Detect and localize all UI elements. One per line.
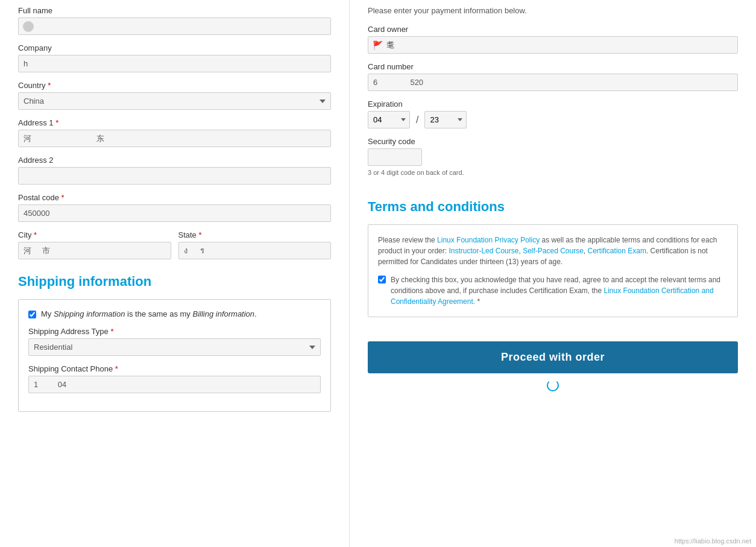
watermark: https://liabio.blog.csdn.net (675, 537, 751, 545)
city-label: City * (18, 230, 171, 239)
terms-text: Please review the Linux Foundation Priva… (378, 235, 728, 267)
shipping-address-type-select[interactable]: Residential Commercial (28, 338, 321, 356)
flag-icon: 🚩 (373, 40, 383, 50)
shipping-address-type-label: Shipping Address Type * (28, 327, 321, 336)
full-name-group: Full name (18, 6, 331, 35)
address1-label: Address 1 * (18, 118, 331, 127)
country-select[interactable]: China United States United Kingdom (18, 92, 331, 110)
postal-code-label: Postal code * (18, 193, 331, 202)
avatar-icon (23, 21, 34, 32)
expiration-group: Expiration 010203 040506 070809 101112 /… (368, 100, 738, 128)
shipping-address-type-group: Shipping Address Type * Residential Comm… (28, 327, 321, 356)
card-number-input[interactable] (368, 74, 738, 91)
terms-card: Please review the Linux Foundation Priva… (368, 224, 738, 317)
postal-code-input[interactable] (18, 204, 331, 222)
expiration-month-select[interactable]: 010203 040506 070809 101112 (368, 111, 410, 128)
security-code-label: Security code (368, 137, 738, 146)
expiration-year-select[interactable]: 202122 232425 262728 (424, 111, 467, 128)
shipping-phone-label: Shipping Contact Phone * (28, 364, 321, 373)
country-required: * (48, 81, 51, 90)
full-name-input-wrap (18, 17, 331, 35)
card-number-label: Card number (368, 62, 738, 71)
country-group: Country * China United States United Kin… (18, 81, 331, 110)
terms-agree-checkbox[interactable] (378, 276, 386, 283)
terms-heading: Terms and conditions (368, 199, 738, 215)
expiration-label: Expiration (368, 100, 738, 109)
card-owner-label: Card owner (368, 25, 738, 34)
state-label: State * (178, 230, 332, 239)
postal-code-group: Postal code * (18, 193, 331, 222)
spinner-row (368, 379, 738, 391)
address1-input[interactable] (18, 130, 331, 147)
address1-group: Address 1 * (18, 118, 331, 147)
terms-agree-label: By checking this box, you acknowledge th… (391, 274, 728, 307)
same-billing-checkbox[interactable] (28, 311, 36, 318)
address2-input[interactable] (18, 167, 331, 185)
country-label: Country * (18, 81, 331, 90)
same-as-billing-row: My Shipping information is the same as m… (28, 309, 321, 318)
city-group: City * (18, 230, 171, 259)
instructor-led-link[interactable]: Instructor-Led Course (449, 247, 518, 255)
shipping-phone-input[interactable] (28, 376, 321, 393)
address2-group: Address 2 (18, 156, 331, 185)
card-owner-input-wrap: 🚩 (368, 36, 738, 54)
security-code-group: Security code 3 or 4 digit code on back … (368, 137, 738, 176)
company-label: Company (18, 43, 331, 52)
same-billing-label: My Shipping information is the same as m… (41, 309, 257, 318)
company-group: Company (18, 43, 331, 72)
city-input[interactable] (18, 242, 171, 259)
state-group: State * (178, 230, 332, 259)
terms-checkbox-row: By checking this box, you acknowledge th… (378, 274, 728, 307)
state-input[interactable] (178, 242, 332, 259)
shipping-heading: Shipping information (18, 274, 331, 289)
shipping-card: My Shipping information is the same as m… (18, 299, 331, 412)
card-owner-input[interactable] (368, 36, 738, 54)
proceed-button[interactable]: Proceed with order (368, 341, 738, 373)
loading-spinner (547, 379, 559, 391)
self-paced-link[interactable]: Self-Paced Course (523, 247, 584, 255)
certification-agreement-link[interactable]: Linux Foundation Certification and Confi… (391, 286, 714, 306)
city-state-row: City * State * (18, 230, 331, 268)
company-input[interactable] (18, 55, 331, 72)
security-code-hint: 3 or 4 digit code on back of card. (368, 169, 738, 176)
expiration-row: 010203 040506 070809 101112 / 202122 232… (368, 111, 738, 128)
full-name-input[interactable] (18, 17, 331, 35)
expiration-slash: / (416, 115, 418, 125)
certification-exam-link[interactable]: Certification Exam (588, 247, 646, 255)
address2-label: Address 2 (18, 156, 331, 165)
payment-notice: Please enter your payment information be… (368, 6, 738, 15)
shipping-phone-group: Shipping Contact Phone * (28, 364, 321, 393)
privacy-policy-link[interactable]: Linux Foundation Privacy Policy (437, 236, 540, 244)
card-owner-group: Card owner 🚩 (368, 25, 738, 54)
full-name-label: Full name (18, 6, 331, 15)
card-number-group: Card number (368, 62, 738, 91)
shipping-section: Shipping information My Shipping informa… (18, 274, 331, 412)
security-code-input[interactable] (368, 148, 422, 166)
